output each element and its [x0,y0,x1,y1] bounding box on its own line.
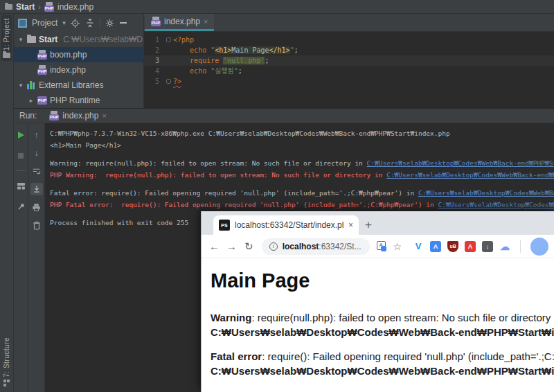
code-text: require 'null.php'; [173,55,269,66]
run-panel-header: Run: index.php × [14,109,554,123]
project-panel-header: Project ▾ [14,14,143,32]
tree-item-label: boom.php [50,50,87,60]
php-run-icon [49,111,59,121]
php-file-icon [151,17,161,26]
back-icon[interactable]: ← [207,238,222,255]
run-play-icon[interactable] [15,129,27,141]
console-line [50,151,554,157]
chevron-right-icon[interactable]: ▸ [28,97,35,104]
restore-layout-icon[interactable] [15,179,27,192]
address-bar[interactable]: i localhost:63342/St... [262,238,370,255]
toolwindow-structure-button[interactable]: 7: Structure [1,335,12,389]
project-view-icon [18,19,27,28]
chrome-tab-strip: PS localhost:63342/Start/index.php × + [202,211,554,235]
breadcrumb-file[interactable]: index.php [57,2,93,12]
breadcrumb-folder[interactable]: Start [16,2,35,12]
translate-page-icon[interactable] [377,241,386,251]
toolwindow-project-button[interactable]: 1: Project [1,15,12,61]
chrome-toolbar: ← → ↻ i localhost:63342/St... ☆ VAuBA↓☁ [202,235,554,258]
console-line: <h1>Main Page</h1> [50,139,554,151]
scroll-to-end-icon[interactable] [30,183,43,195]
tree-item[interactable]: ▾StartC:₩Users₩selab₩Desktop [14,32,143,47]
project-panel-title[interactable]: Project [32,18,57,28]
chevron-down-icon[interactable]: ▾ [17,82,24,89]
down-stack-icon[interactable]: ↓ [30,147,43,159]
pin-icon[interactable] [15,200,27,213]
editor-code-area[interactable]: 1<?php2 echo "<h1>Main Page</h1>";3 requ… [144,32,554,108]
console-line: Warning: require(null.php): failed to op… [50,157,554,169]
console-text: Process finished with exit code 255 [50,219,188,226]
extension-idm-icon[interactable]: ↓ [482,241,493,252]
tree-item-label: External Libraries [39,80,103,90]
locate-icon[interactable] [71,18,80,28]
bookmark-star-icon[interactable]: ☆ [393,241,402,252]
console-text: PHP Fatal error: require(): Failed openi… [50,201,438,208]
phpbox-icon: PHP [37,96,47,105]
stop-icon[interactable] [15,150,27,162]
phpstorm-window: Start › index.php 1: Project 7: Structur… [0,0,554,392]
console-text: <h1>Main Page</h1> [50,141,121,149]
clear-trash-icon[interactable] [30,219,43,231]
collapse-all-icon[interactable] [85,18,95,28]
code-line: 4 echo "실행됨"; [144,66,554,76]
fold-marker-icon[interactable] [166,79,171,84]
line-number: 2 [144,45,165,55]
console-line: Fatal error: require(): Failed opening r… [50,187,554,199]
soft-wrap-icon[interactable] [30,165,43,177]
new-tab-button[interactable]: + [359,215,378,235]
folder-icon [27,36,36,43]
reload-icon[interactable]: ↻ [242,238,256,255]
project-panel: Project ▾ ▾StartC: [14,14,144,108]
fold-marker-icon[interactable] [166,37,171,42]
console-file-link[interactable]: C:₩Users₩selab₩Desktop₩Codes₩Web₩Back-en… [418,189,554,197]
tree-item[interactable]: ▾External Libraries [14,78,143,93]
fold-column [165,55,173,66]
editor-tab-bar: index.php × [144,14,554,32]
chevron-down-icon[interactable]: ▾ [17,36,24,43]
print-icon[interactable] [30,201,43,213]
run-label: Run: [19,111,37,121]
line-number: 4 [144,66,165,76]
close-icon[interactable]: × [102,112,106,120]
up-stack-icon[interactable]: ↑ [30,129,43,141]
extension-cloud-icon[interactable]: ☁ [499,241,510,252]
toolwindow-structure-label: 7: Structure [3,337,10,377]
extension-ublock-icon[interactable]: uB [447,241,458,252]
console-file-link[interactable]: C:₩Users₩selab₩Desktop₩Codes₩Web₩Back-en… [386,171,554,179]
php-icon [37,65,47,75]
run-tab-index-php[interactable]: index.php × [45,109,110,123]
editor-tab-index-php[interactable]: index.php × [145,14,214,31]
console-file-link[interactable]: C:₩Users₩selab₩Desktop₩Codes₩Web₩Back-en… [367,159,554,167]
profile-avatar[interactable] [530,238,548,256]
console-line: PHP Warning: require(null.php): failed t… [50,169,554,181]
code-line: 1<?php [144,35,554,45]
chrome-tab[interactable]: PS localhost:63342/Start/index.php × [213,215,359,235]
tree-item[interactable]: index.php [14,62,143,78]
chevron-down-icon[interactable]: ▾ [62,19,66,26]
close-icon[interactable]: × [204,17,208,26]
code-text: <?php [173,35,194,45]
fold-column [165,45,173,55]
site-info-icon[interactable]: i [269,242,278,251]
extension-acrobat-icon[interactable]: A [465,241,476,252]
tool-window-stripe: 1: Project 7: Structure [0,14,14,392]
forward-icon[interactable]: → [224,238,239,255]
settings-gear-icon[interactable] [105,18,115,28]
project-toolwindow-icon [3,53,10,58]
run-toolbar [14,123,28,392]
code-text: ?> [173,76,181,87]
tree-item[interactable]: boom.php [14,47,143,62]
close-icon[interactable]: × [348,220,353,230]
php-icon [37,50,47,60]
console-file-link[interactable]: C:₩Users₩selab₩Desktop₩Codes₩Web₩Back-en… [438,201,554,208]
url-text: localhost:63342/St... [283,242,361,251]
code-line: 2 echo "<h1>Main Page</h1>"; [144,45,554,55]
hide-panel-icon[interactable] [120,22,127,24]
toolbar-divider [16,170,26,171]
extension-translate-icon[interactable]: A [430,241,441,252]
libs-icon [27,81,36,89]
tree-item[interactable]: ▸PHPPHP Runtime [14,93,143,108]
extensions-bar: VAuBA↓☁ [413,241,510,252]
extension-v-icon[interactable]: V [413,241,424,252]
console-text: Fatal error: require(): Failed opening r… [50,189,418,197]
